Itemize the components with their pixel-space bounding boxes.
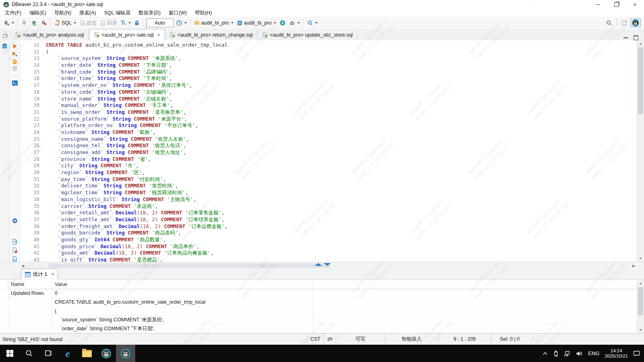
scroll-left-icon[interactable]: ◀: [19, 262, 26, 269]
scroll-right-icon[interactable]: ▶: [630, 262, 637, 269]
execute-in-new-tab-button[interactable]: [11, 51, 18, 58]
table-row[interactable]: (: [8, 307, 644, 316]
status-segment-5[interactable]: 9 : 1 : 205: [438, 333, 491, 345]
search-button[interactable]: [305, 19, 319, 27]
lock-icon[interactable]: [132, 19, 141, 27]
close-button[interactable]: ×: [625, 0, 644, 9]
commit-mode-select[interactable]: Auto: [146, 19, 173, 27]
status-segment-2[interactable]: zh: [324, 333, 336, 345]
menu-item-8[interactable]: 帮助(H): [191, 9, 216, 17]
editor-tab-1[interactable]: <audit_bi_pro> analysis.sql: [10, 29, 89, 40]
start-button[interactable]: [0, 345, 19, 362]
sql-editor-button[interactable]: SQL: [53, 19, 78, 27]
column-header-value[interactable]: Value: [52, 280, 313, 289]
taskbar-clock[interactable]: 14:24 2025/10/21: [605, 348, 628, 359]
statistics-tab[interactable]: 统计 1 ×: [21, 269, 58, 280]
window-title: DBeaver 22.3.4 - <audit_bi_pro> sale.sql: [12, 2, 103, 7]
rollback-button[interactable]: 回滚: [98, 19, 119, 27]
chevron-down-icon: [128, 22, 131, 24]
table-row[interactable]: CREATE TABLE audit_bi_pro.custom_online_…: [8, 298, 644, 307]
code-line-17: 17 `system_order_no` String COMMENT '系统订…: [20, 82, 637, 89]
internet-explorer-button[interactable]: e: [58, 345, 77, 362]
scroll-down-icon[interactable]: ▼: [637, 327, 644, 333]
tray-chevron-up-icon[interactable]: [543, 352, 548, 355]
menu-item-1[interactable]: 文件(F): [1, 9, 25, 17]
sql-code-editor[interactable]: 11CREATE TABLE audit_bi_pro.custom_onlin…: [20, 40, 637, 262]
menu-item-3[interactable]: 导航(N): [50, 9, 75, 17]
transaction-log-button[interactable]: [174, 19, 188, 27]
statistics-grid[interactable]: NameValue Updated Rows0CREATE TABLE audi…: [0, 280, 644, 333]
volume-icon[interactable]: [576, 351, 583, 356]
table-row[interactable]: `source_system` String COMMENT '来源系统',: [8, 316, 644, 325]
panel-sash-control[interactable]: [315, 263, 331, 266]
restore-button[interactable]: [607, 0, 625, 9]
save-report-button[interactable]: [11, 247, 18, 253]
database-selector[interactable]: audit_bi_pro: [192, 19, 235, 27]
explain-plan-button[interactable]: [11, 65, 18, 72]
reconnect-button[interactable]: [29, 19, 39, 27]
statistics-doc-button[interactable]: [11, 255, 18, 262]
results-vertical-scrollbar[interactable]: ▲ ▼: [637, 280, 644, 333]
scroll-down-icon[interactable]: ▼: [637, 255, 644, 262]
open-perspective-icon[interactable]: [621, 20, 628, 26]
execute-script-button[interactable]: [11, 58, 18, 65]
usb-device-icon[interactable]: [553, 350, 559, 357]
task-view-icon: [45, 350, 52, 357]
dashboard-button[interactable]: [278, 19, 287, 27]
task-view-button[interactable]: [39, 345, 58, 362]
dbeaver-app-button-active[interactable]: [116, 345, 135, 362]
commit-button[interactable]: 提交: [78, 19, 98, 27]
status-segment-4[interactable]: 智能插入: [385, 333, 438, 345]
status-segment-6[interactable]: Sel: 0 | 0: [491, 333, 528, 345]
minimize-button[interactable]: [588, 0, 607, 9]
input-language-indicator[interactable]: ENG: [588, 350, 599, 356]
execute-statement-button[interactable]: [11, 43, 18, 49]
sql-console-button[interactable]: [11, 80, 18, 86]
status-segment-1[interactable]: CST: [307, 333, 324, 345]
editor-vertical-scrollbar[interactable]: ▲ ▼: [637, 40, 644, 262]
table-row[interactable]: Updated Rows0: [8, 289, 644, 298]
notification-center-icon[interactable]: [633, 350, 640, 357]
dbeaver-app-button[interactable]: [97, 345, 116, 362]
network-icon[interactable]: [564, 351, 571, 356]
commit-label: 提交: [87, 20, 97, 27]
status-segment-3[interactable]: 可写: [336, 333, 385, 345]
schema-selector[interactable]: audit_bi_pro: [235, 19, 278, 27]
dbeaver-perspective-button[interactable]: [630, 19, 641, 27]
close-tab-icon[interactable]: ×: [157, 32, 160, 38]
editor-tab-3[interactable]: <audit_bi_pro> return_change.sql: [165, 29, 258, 40]
scroll-up-icon[interactable]: ▲: [637, 40, 644, 47]
editor-horizontal-scrollbar[interactable]: ◀ ▶: [0, 262, 644, 269]
transaction-mode-button[interactable]: [119, 19, 132, 27]
disconnect-all-button[interactable]: [39, 19, 49, 27]
chevron-down-icon: [74, 22, 76, 24]
close-tab-icon[interactable]: ×: [51, 272, 54, 277]
data-transfer-button[interactable]: [287, 19, 301, 27]
column-header-name[interactable]: Name: [8, 280, 52, 289]
statistics-tab-label: 统计 1: [33, 271, 47, 278]
code-line-30: 30 `region` String COMMENT '区',: [20, 169, 637, 176]
editor-tab-2[interactable]: <audit_bi_pro> sale.sql×: [89, 29, 165, 41]
taskbar-search-button[interactable]: [19, 345, 39, 362]
maximize-editor-icon[interactable]: [634, 35, 638, 40]
code-line-13: 13 `source_system` String COMMENT '来源系统'…: [20, 55, 637, 62]
scroll-up-icon[interactable]: ▲: [637, 280, 644, 287]
code-line-29: 29 `city` String COMMENT '市',: [20, 162, 637, 169]
menu-item-2[interactable]: 编辑(E): [25, 9, 50, 17]
database-navigator-icon[interactable]: [1, 43, 8, 49]
quick-access-search-icon[interactable]: [606, 20, 612, 26]
minimized-view-bar[interactable]: ::::: [0, 29, 10, 40]
new-connection-button[interactable]: [2, 19, 16, 27]
editor-tab-4[interactable]: <audit_bi_pro> update_sbz_store.sql: [258, 29, 358, 40]
menu-item-7[interactable]: 窗口(W): [165, 9, 191, 17]
settings-gear-icon[interactable]: [11, 217, 18, 224]
file-explorer-button[interactable]: [77, 345, 97, 362]
export-result-button[interactable]: [11, 238, 18, 245]
menu-item-6[interactable]: 数据库(D): [134, 9, 165, 17]
rollback-label: 回滚: [107, 20, 117, 27]
menu-item-5[interactable]: SQL 编辑器: [100, 9, 135, 17]
disconnect-button[interactable]: [20, 19, 29, 27]
menu-item-4[interactable]: 搜索(A): [75, 9, 100, 17]
minimize-editor-icon[interactable]: [623, 37, 628, 38]
table-row[interactable]: `order_date` String COMMENT '下单日期',: [8, 325, 644, 333]
